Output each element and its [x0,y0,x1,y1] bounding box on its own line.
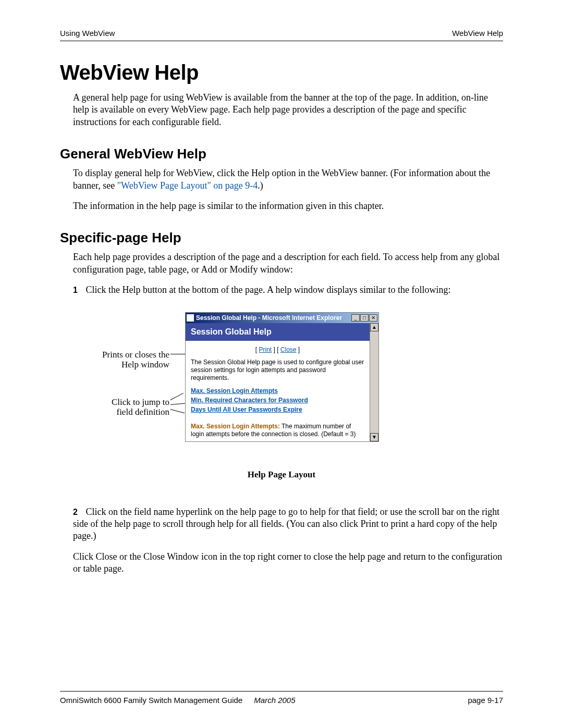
callout-line [170,403,185,404]
step-2: 2 Click on the field name hyperlink on t… [73,506,503,542]
step-1-text: Click the Help button at the bottom of t… [86,285,451,295]
close-link[interactable]: Close [280,346,297,353]
definition-block: Max. Session Login Attempts: The maximum… [191,423,364,438]
section-specific-p1: Each help page provides a description of… [73,251,503,276]
text-fragment: .) [258,180,263,191]
topic-link-max-attempts[interactable]: Max. Session Login Attempts [191,387,364,394]
section-specific-title: Specific-page Help [60,230,503,246]
page-title: WebView Help [60,61,503,84]
help-description: The Session Global Help page is used to … [191,359,364,382]
maximize-button[interactable]: □ [360,314,369,322]
help-window-titlebar: Session Global Help - Microsoft Internet… [186,313,378,323]
cross-ref-link[interactable]: "WebView Page Layout" on page 9-4 [117,180,258,191]
step-2-text: Click on the field name hyperlink on the… [73,507,499,541]
definition-term: Max. Session Login Attempts: [191,423,280,430]
help-banner: Session Global Help [186,323,370,341]
footer-page: page 9-17 [468,696,503,705]
help-window-title: Session Global Help - Microsoft Internet… [196,314,351,322]
help-figure: Prints or closes theHelp window Click to… [60,312,503,463]
close-instruction: Click Close or the Close Window icon in … [73,551,503,575]
callout-jump-field: Click to jump tofield definition [76,397,169,417]
step-1-number: 1 [73,285,83,296]
intro-paragraph: A general help page for using WebView is… [73,92,503,128]
section-general-title: General WebView Help [60,146,503,162]
running-head-left: Using WebView [60,29,115,38]
step-1: 1 Click the Help button at the bottom of… [73,284,503,296]
scrollbar[interactable]: ▲ ▼ [370,323,378,441]
figure-caption: Help Page Layout [60,470,503,480]
callout-print-close: Prints or closes theHelp window [76,350,169,370]
print-link[interactable]: Print [259,346,272,353]
print-close-row: [ Print ] [ Close ] [191,346,364,353]
footer-left: OmniSwitch 6600 Family Switch Management… [60,696,296,705]
topic-link-days-expire[interactable]: Days Until All User Passwords Expire [191,406,364,413]
scroll-down-icon[interactable]: ▼ [370,433,378,441]
footer-date: March 2005 [254,696,295,705]
scroll-up-icon[interactable]: ▲ [370,323,378,331]
close-button[interactable]: ✕ [369,314,377,322]
footer-guide: OmniSwitch 6600 Family Switch Management… [60,696,242,705]
topic-link-min-chars[interactable]: Min. Required Characters for Password [191,397,364,404]
ie-icon [187,314,194,322]
section-general-p1: To display general help for WebView, cli… [73,167,503,192]
help-window: Session Global Help - Microsoft Internet… [185,312,379,442]
step-2-number: 2 [73,507,83,518]
section-general-p2: The information in the help page is simi… [73,200,503,212]
help-window-content: Session Global Help [ Print ] [ Close ] … [186,323,370,441]
running-head-right: WebView Help [452,29,503,38]
running-head: Using WebView WebView Help [60,29,503,41]
minimize-button[interactable]: _ [351,314,360,322]
callout-line [170,392,183,400]
callout-line [170,409,185,413]
page-footer: OmniSwitch 6600 Family Switch Management… [60,691,503,705]
